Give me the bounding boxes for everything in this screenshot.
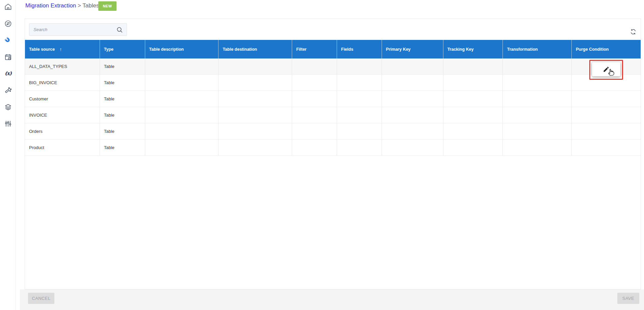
- table-row-invoice[interactable]: INVOICETable: [25, 107, 641, 123]
- cell-tracking_key: [443, 58, 503, 74]
- table-row-customer[interactable]: CustomerTable: [25, 91, 641, 107]
- left-nav-sidebar: (x): [0, 0, 16, 310]
- search-box: [29, 23, 127, 36]
- sidebar-item-settings[interactable]: [4, 119, 12, 128]
- magnet-icon: [4, 37, 12, 45]
- cell-table_source: Customer: [25, 91, 100, 107]
- cell-table_destination: [218, 75, 292, 91]
- column-header-fields[interactable]: Fields: [337, 40, 382, 58]
- cell-filter: [292, 58, 337, 74]
- table-row-all-data-types[interactable]: ALL_DATA_TYPESTable: [25, 58, 641, 75]
- column-header-table-description[interactable]: Table description: [145, 40, 218, 58]
- cell-table_destination: [218, 58, 292, 74]
- column-header-tracking-key[interactable]: Tracking Key: [443, 40, 503, 58]
- table-header-row: Table source↑TypeTable descriptionTable …: [25, 40, 641, 58]
- breadcrumb-separator: >: [78, 2, 81, 9]
- column-header-label: Type: [104, 47, 113, 52]
- column-header-purge-condition[interactable]: Purge Condition: [571, 40, 641, 58]
- breadcrumb: Migration Extraction > Tables: [25, 2, 99, 9]
- cell-transformation: [503, 140, 571, 156]
- sidebar-item-transfers[interactable]: [4, 19, 12, 28]
- sidebar-item-extraction-active[interactable]: [4, 36, 12, 45]
- column-header-type[interactable]: Type: [100, 40, 145, 58]
- column-header-table-destination[interactable]: Table destination: [218, 40, 292, 58]
- save-button[interactable]: SAVE: [617, 293, 639, 304]
- new-button[interactable]: NEW: [98, 1, 117, 11]
- red-annotation-box: [589, 60, 623, 80]
- cell-tracking_key: [443, 140, 503, 156]
- cell-primary_key: [382, 91, 443, 107]
- table-row-orders[interactable]: OrdersTable: [25, 123, 641, 140]
- cell-table_destination: [218, 123, 292, 139]
- cell-table_description: [145, 75, 218, 91]
- cell-filter: [292, 123, 337, 139]
- sort-ascending-icon[interactable]: ↑: [59, 47, 62, 52]
- column-header-label: Filter: [296, 47, 307, 52]
- column-header-label: Primary Key: [386, 47, 411, 52]
- sidebar-item-tools[interactable]: [4, 86, 12, 95]
- cell-fields: [337, 140, 382, 156]
- cell-transformation: [503, 75, 571, 91]
- cell-transformation: [503, 58, 571, 74]
- calendar-clock-icon: [4, 53, 12, 61]
- column-header-filter[interactable]: Filter: [292, 40, 337, 58]
- hand-pointer-icon: [607, 67, 616, 76]
- cell-type: Table: [100, 91, 145, 107]
- cell-table_destination: [218, 140, 292, 156]
- table-row-product[interactable]: ProductTable: [25, 140, 641, 156]
- cell-fields: [337, 107, 382, 123]
- cell-transformation: [503, 123, 571, 139]
- cell-purge_condition: [571, 58, 641, 74]
- sidebar-item-home[interactable]: [4, 2, 12, 11]
- cell-tracking_key: [443, 107, 503, 123]
- cell-tracking_key: [443, 91, 503, 107]
- column-header-primary-key[interactable]: Primary Key: [382, 40, 443, 58]
- cell-table_description: [145, 58, 218, 74]
- cell-primary_key: [382, 58, 443, 74]
- layers-icon: [4, 103, 12, 111]
- cell-filter: [292, 140, 337, 156]
- cell-transformation: [503, 91, 571, 107]
- cell-type: Table: [100, 123, 145, 139]
- column-header-label: Fields: [341, 47, 353, 52]
- function-x-icon: (x): [5, 70, 11, 76]
- column-header-label: Table source: [29, 47, 55, 52]
- sidebar-item-layers[interactable]: [4, 103, 12, 112]
- cell-transformation: [503, 107, 571, 123]
- column-header-transformation[interactable]: Transformation: [503, 40, 571, 58]
- magic-wand-icon: [4, 86, 12, 94]
- cell-type: Table: [100, 58, 145, 74]
- cell-primary_key: [382, 75, 443, 91]
- column-header-label: Tracking Key: [447, 47, 474, 52]
- sidebar-item-functions[interactable]: (x): [4, 69, 12, 78]
- cell-table_description: [145, 140, 218, 156]
- sidebar-item-schedule[interactable]: [4, 53, 12, 62]
- search-icon[interactable]: [116, 26, 124, 34]
- cell-fields: [337, 91, 382, 107]
- cell-purge_condition: [571, 107, 641, 123]
- breadcrumb-link-migration-extraction[interactable]: Migration Extraction: [25, 2, 76, 9]
- cell-tracking_key: [443, 75, 503, 91]
- cell-tracking_key: [443, 123, 503, 139]
- cell-table_source: Product: [25, 140, 100, 156]
- cell-table_destination: [218, 107, 292, 123]
- footer-action-bar: CANCEL SAVE: [20, 289, 644, 310]
- cell-table_source: ALL_DATA_TYPES: [25, 58, 100, 74]
- cancel-button[interactable]: CANCEL: [28, 293, 54, 304]
- column-header-table-source[interactable]: Table source↑: [25, 40, 100, 58]
- cell-table_description: [145, 91, 218, 107]
- cell-purge_condition: [571, 123, 641, 139]
- column-header-label: Transformation: [507, 47, 538, 52]
- cell-table_source: BIG_INVOICE: [25, 75, 100, 91]
- search-input[interactable]: [29, 24, 127, 35]
- breadcrumb-current: Tables: [82, 2, 99, 9]
- home-icon: [4, 3, 12, 11]
- cell-primary_key: [382, 107, 443, 123]
- edit-purge-condition-button[interactable]: [592, 62, 620, 76]
- tables-panel: Table source↑TypeTable descriptionTable …: [25, 19, 641, 289]
- refresh-icon[interactable]: [629, 28, 637, 35]
- table-row-big-invoice[interactable]: BIG_INVOICETable: [25, 75, 641, 91]
- cell-primary_key: [382, 123, 443, 139]
- cell-type: Table: [100, 75, 145, 91]
- column-header-label: Purge Condition: [576, 47, 609, 52]
